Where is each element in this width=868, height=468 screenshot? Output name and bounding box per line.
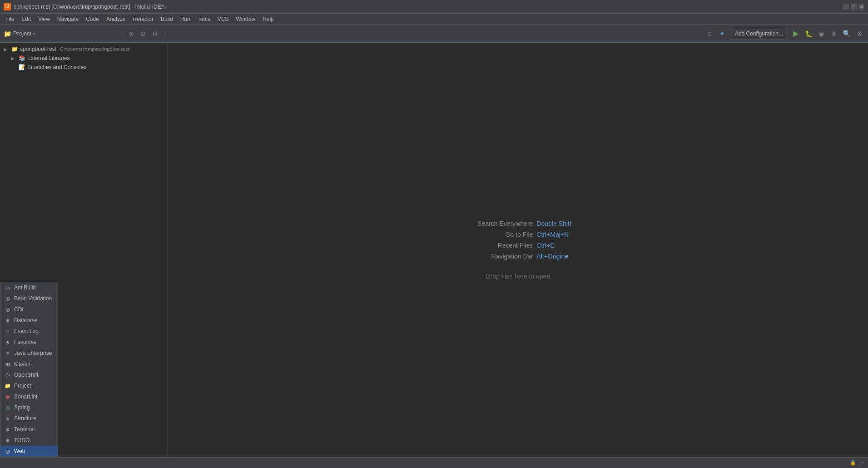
warning-icon: ⚠: [860, 460, 864, 466]
favorites-label: Favorites: [14, 339, 36, 345]
collapse-arrow-icon: ▶: [4, 47, 9, 52]
layout-icon[interactable]: ⊞: [704, 29, 714, 39]
navigation-bar-key: Alt+Origine: [536, 253, 568, 260]
settings-main-icon[interactable]: ⚙: [854, 29, 864, 39]
project-panel-label: Project: [14, 383, 31, 389]
main-area: ▶ 📁 springboot-rest C:\work\src\tmp\spri…: [0, 43, 868, 457]
project-selector-label: Project: [13, 30, 31, 37]
java-enterprise-label: Java Enterprise: [14, 350, 52, 356]
go-to-file-label: Go to File: [465, 231, 533, 238]
panel-item-event-log[interactable]: ○ Event Log: [0, 326, 58, 337]
menu-item-navigate[interactable]: Navigate: [54, 15, 82, 23]
menu-item-view[interactable]: View: [35, 15, 54, 23]
sonarlint-icon: ◉: [4, 393, 11, 400]
todo-icon: ≡: [4, 437, 11, 444]
run-icon[interactable]: ▶: [791, 29, 801, 39]
structure-label: Structure: [14, 415, 36, 422]
debug-icon[interactable]: 🐛: [804, 29, 813, 39]
add-configuration-button[interactable]: Add Configuration...: [730, 28, 788, 40]
java-enterprise-icon: ≡: [4, 349, 11, 357]
panel-item-structure[interactable]: ≡ Structure: [0, 413, 58, 424]
menu-item-help[interactable]: Help: [259, 15, 278, 23]
todo-label: TODO: [14, 437, 30, 443]
drop-files-label: Drop files here to open: [465, 273, 571, 280]
maven-label: Maven: [14, 361, 30, 367]
minimize-panel-icon[interactable]: ─: [162, 29, 172, 39]
folder-icon: 📁: [11, 45, 18, 53]
web-label: Web: [14, 448, 25, 454]
tree-item-root[interactable]: ▶ 📁 springboot-rest C:\work\src\tmp\spri…: [0, 45, 168, 54]
panel-item-project[interactable]: 📁 Project: [0, 380, 58, 391]
panel-item-todo[interactable]: ≡ TODO: [0, 435, 58, 446]
status-right: 🔒 ⚠: [850, 460, 864, 466]
navigation-bar-label: Navigation Bar: [465, 253, 533, 260]
search-everywhere-label: Search Everywhere: [465, 220, 533, 227]
cdi-icon: ◎: [4, 306, 11, 313]
panel-item-maven[interactable]: m Maven: [0, 358, 58, 369]
openshift-icon: ◎: [4, 371, 11, 378]
no-arrow: ▶: [11, 65, 16, 70]
panel-item-sonarlint[interactable]: ◉ SonarLint: [0, 391, 58, 402]
collapse-icon[interactable]: ⊖: [138, 29, 148, 39]
go-to-file-key: Ctrl+Maj+N: [536, 231, 569, 238]
menu-item-edit[interactable]: Edit: [18, 15, 35, 23]
database-label: Database: [14, 317, 37, 324]
web-icon: ◎: [4, 448, 11, 455]
menu-item-tools[interactable]: Tools: [194, 15, 214, 23]
go-to-file-shortcut: Go to File Ctrl+Maj+N: [465, 231, 571, 238]
sync-icon[interactable]: ⊕: [126, 29, 136, 39]
menu-item-code[interactable]: Code: [82, 15, 103, 23]
search-everywhere-key: Double Shift: [536, 220, 571, 227]
ant-build-label: Ant Build: [14, 284, 36, 291]
content-area: Search Everywhere Double Shift Go to Fil…: [168, 43, 868, 457]
profile-icon[interactable]: ⏸: [829, 29, 839, 39]
menu-item-analyze[interactable]: Analyze: [103, 15, 129, 23]
panel-item-openshift[interactable]: ◎ OpenShift: [0, 369, 58, 380]
tool-window-panel: 🐜 Ant Build ◎ Bean Validation ◎ CDI ≡ Da…: [0, 282, 58, 457]
panel-item-cdi[interactable]: ◎ CDI: [0, 304, 58, 315]
minimize-button[interactable]: ─: [843, 4, 849, 10]
menu-item-vcs[interactable]: VCS: [214, 15, 233, 23]
panel-item-database[interactable]: ≡ Database: [0, 315, 58, 326]
lock-icon: 🔒: [850, 460, 856, 466]
toolbar: 📁 Project ▾ ⊕ ⊖ ⚙ ─ ⊞ ✦ Add Configuratio…: [0, 25, 868, 43]
tree-item-external-libs[interactable]: ▶ 📚 External Libraries: [0, 54, 168, 63]
menu-bar: FileEditViewNavigateCodeAnalyzeRefactorB…: [0, 14, 868, 25]
external-libs-icon: 📚: [18, 55, 25, 62]
menu-item-build[interactable]: Build: [157, 15, 177, 23]
status-bar: 🔒 ⚠: [0, 457, 868, 468]
panel-item-bean-validation[interactable]: ◎ Bean Validation: [0, 293, 58, 304]
menu-item-run[interactable]: Run: [177, 15, 194, 23]
project-icon: 📁: [4, 30, 11, 37]
panel-item-java-enterprise[interactable]: ≡ Java Enterprise: [0, 348, 58, 358]
search-everywhere-icon[interactable]: 🔍: [842, 29, 852, 39]
project-root-label: springboot-rest: [20, 46, 56, 52]
panel-item-ant-build[interactable]: 🐜 Ant Build: [0, 282, 58, 293]
window-controls: ─ □ ✕: [843, 4, 864, 10]
scratch-icon: 📝: [18, 64, 25, 71]
project-selector[interactable]: 📁 Project ▾: [4, 30, 35, 37]
close-button[interactable]: ✕: [858, 4, 864, 10]
cdi-label: CDI: [14, 306, 24, 313]
settings-icon[interactable]: ⚙: [150, 29, 160, 39]
shortcut-rows: Search Everywhere Double Shift Go to Fil…: [465, 220, 571, 280]
terminal-icon: ≡: [4, 426, 11, 433]
panel-item-web[interactable]: ◎ Web: [0, 446, 58, 457]
coverage-icon[interactable]: ◉: [816, 29, 826, 39]
panel-item-terminal[interactable]: ≡ Terminal: [0, 424, 58, 435]
recent-files-label: Recent Files: [465, 242, 533, 249]
project-tree: ▶ 📁 springboot-rest C:\work\src\tmp\spri…: [0, 43, 168, 74]
scratches-label: Scratches and Consoles: [27, 64, 86, 70]
menu-item-file[interactable]: File: [2, 15, 18, 23]
bean-validation-label: Bean Validation: [14, 295, 52, 302]
menu-item-window[interactable]: Window: [232, 15, 259, 23]
panel-item-favorites[interactable]: ★ Favorites: [0, 337, 58, 348]
bean-validation-icon: ◎: [4, 295, 11, 302]
tree-item-scratches[interactable]: ▶ 📝 Scratches and Consoles: [0, 63, 168, 72]
menu-item-refactor[interactable]: Refactor: [129, 15, 157, 23]
maximize-button[interactable]: □: [851, 4, 857, 10]
app-icon: IJ: [4, 3, 11, 10]
external-libs-label: External Libraries: [27, 55, 69, 61]
magic-icon[interactable]: ✦: [717, 29, 727, 39]
panel-item-spring[interactable]: ◎ Spring: [0, 402, 58, 413]
